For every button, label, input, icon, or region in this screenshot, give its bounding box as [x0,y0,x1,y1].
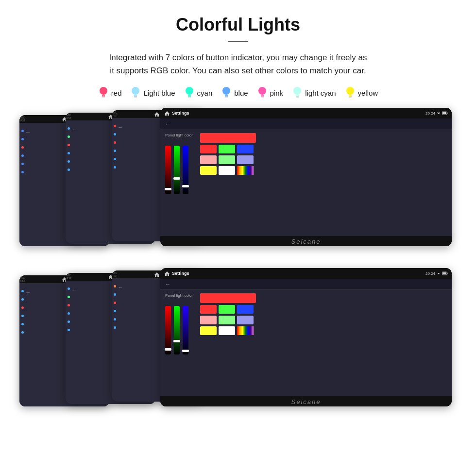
green-slider-top[interactable] [174,146,180,194]
color-label-cyan: cyan [197,89,213,97]
swatch-row2-bot [200,305,447,314]
swatch-yellow-bot[interactable] [200,326,217,335]
sliders-row-top [165,141,193,194]
swatch-lightgreen-top[interactable] [219,155,235,164]
home-icon-main-top [164,111,170,116]
bottom-screens-group: MIC RST ← [19,270,457,421]
ctrl-dot-b3-1 [114,285,116,287]
swatch-purple-bot[interactable] [237,316,254,324]
swatch-row3-top [200,155,447,164]
status-icons-bot: 20:24 [425,271,448,276]
swatch-blue-bot[interactable] [237,305,254,314]
svg-point-12 [222,87,230,95]
title-divider [228,41,248,42]
swatch-white-top[interactable] [219,166,235,175]
svg-rect-40 [447,273,448,274]
swatch-red-wide-top[interactable] [200,133,256,143]
ctrl-dot-b1-2 [21,298,24,301]
blue-slider-bot[interactable] [183,306,188,354]
swatch-red-top[interactable] [200,145,217,153]
page-title: Colorful Lights [19,15,457,35]
ctrl-dot-s2-6 [68,169,70,171]
rst-label-s1: RST [20,119,25,122]
ctrl-dot-b1-3 [21,306,24,309]
panel-label-bot: Panel light color [165,293,193,298]
ctrl-dot-s1-1 [21,130,24,132]
ctrl-dot-s3-2 [114,133,116,135]
color-indicators: red Light blue cyan [19,86,457,100]
swatch-green-bot[interactable] [219,305,235,314]
color-item-red: red [98,86,122,100]
ctrl-dot-s1-3 [21,146,24,149]
swatch-row2-top [200,145,447,153]
bulb-icon-lightblue [130,86,141,100]
swatch-white-bot[interactable] [219,326,235,335]
color-item-cyan: cyan [184,86,213,100]
bulb-icon-cyan [184,86,195,100]
ctrl-dot-s1-2 [21,138,24,140]
ctrl-dot-s1-4 [21,154,24,157]
green-slider-bot[interactable] [174,306,180,354]
swatch-rainbow-top[interactable] [237,166,254,175]
wifi-icon-bot [437,271,441,275]
red-slider-thumb-top [165,188,171,190]
panel-label-top: Panel light color [165,133,193,137]
ctrl-dot-s1-5 [21,163,24,165]
red-slider-top[interactable] [165,146,171,194]
top-screens-group: MIC RST ← [19,110,457,261]
battery-icon-top [442,111,448,115]
status-bar-top: Settings 20:24 [160,108,452,118]
ctrl-dot-b3-4 [114,310,116,312]
swatch-yellow-top[interactable] [200,166,217,175]
color-label-blue: blue [234,89,248,97]
ctrl-dot-b2-6 [68,329,70,331]
color-label-lightcyan: light cyan [305,89,336,97]
swatch-lightgreen-bot[interactable] [219,316,235,324]
blue-slider-thumb-bot [182,350,189,352]
svg-point-4 [132,87,139,95]
svg-marker-37 [154,272,159,277]
ctrl-dot-s2-3 [68,144,70,146]
title-section: Colorful Lights Integrated with 7 colors… [19,15,457,77]
swatch-pink-top[interactable] [200,155,217,164]
ctrl-dot-b2-4 [68,312,70,315]
swatch-green-top[interactable] [219,145,235,153]
color-item-lightcyan: light cyan [292,86,336,100]
ctrl-dot-b3-3 [114,302,116,304]
status-icons-top: 20:24 [425,111,448,116]
svg-rect-41 [442,272,446,274]
blue-slider-top[interactable] [183,146,188,194]
svg-rect-34 [442,112,446,114]
swatch-rainbow-bot[interactable] [237,326,254,335]
swatch-purple-top[interactable] [237,155,254,164]
ctrl-dot-s3-5 [114,158,116,160]
red-slider-thumb-bot [165,348,171,351]
main-screen-top: Settings 20:24 ← Panel light color [160,108,452,246]
screen-content-bot: Panel light color [160,289,452,396]
ctrl-dot-b2-2 [68,296,70,298]
svg-point-20 [293,87,301,95]
red-slider-bot[interactable] [165,306,171,354]
main-screen-bottom: Settings 20:24 ← Panel light color [160,268,452,406]
ctrl-dot-b2-3 [68,304,70,306]
color-label-yellow: yellow [358,89,378,97]
ctrl-dot-b3-6 [114,326,116,329]
battery-icon-bot [442,271,448,275]
rst-label-b1: RST [20,279,25,282]
swatch-row1-top [200,133,447,143]
svg-marker-30 [154,112,159,117]
svg-marker-31 [165,111,170,116]
ctrl-dot-s2-5 [68,160,70,163]
settings-label-bot: Settings [172,271,189,276]
ctrl-dot-s2-4 [68,152,70,154]
swatch-red-bot[interactable] [200,305,217,314]
ctrl-dot-b1-6 [21,331,24,334]
swatch-blue-top[interactable] [237,145,254,153]
sliders-section-top: Panel light color [165,133,193,232]
ctrl-dot-b2-5 [68,320,70,323]
swatch-pink-bot[interactable] [200,316,217,324]
swatch-red-wide-bot[interactable] [200,293,256,303]
ctrl-dot-s3-6 [114,166,116,169]
back-bar-bot: ← [160,279,452,289]
wifi-icon-top [437,111,441,115]
